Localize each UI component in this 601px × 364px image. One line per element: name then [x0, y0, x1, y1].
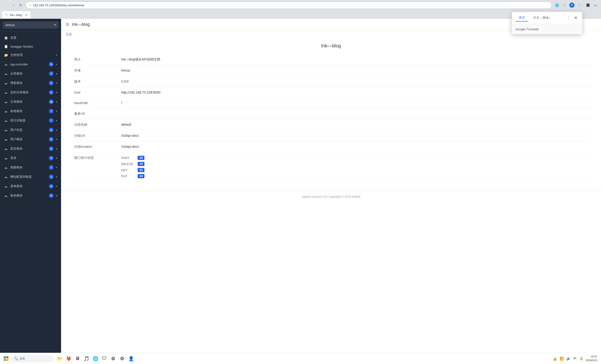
toolbar-actions: 🌐 ☆ Y ⋮	[553, 2, 583, 9]
forward-button[interactable]: →	[10, 2, 16, 9]
info-label-5: 服务Url	[70, 108, 117, 119]
info-value-7: /v3/api-docs	[117, 130, 591, 141]
sidebar-toggle[interactable]: ▭	[592, 2, 599, 9]
sidebar-item-2[interactable]: 📁 文档管理 ▾	[0, 51, 61, 60]
nav-label-6: 定时任务模块	[10, 90, 47, 95]
sidebar-item-3[interactable]: ☁ log-controller 9 ▾	[0, 60, 61, 69]
nav-badge-10: 6	[49, 128, 54, 132]
sidebar-item-16[interactable]: ☁ 菜单模块 8 ▾	[0, 182, 61, 191]
sidebar-item-17[interactable]: ☁ 角色模块 6 ▾	[0, 191, 61, 200]
nav-label-2: 文档管理	[10, 53, 54, 57]
nav-label-10: 用户信息	[10, 128, 47, 132]
extra-toolbar-icons: ⬛ ▭	[585, 2, 599, 9]
page-title: Ink—blog	[72, 22, 90, 27]
nav-arrow-13: ▾	[56, 157, 57, 160]
nav-badge-5: 3	[49, 81, 54, 85]
info-value-6: default	[117, 119, 591, 130]
nav-icon-14: ☁	[4, 166, 8, 169]
sidebar-item-10[interactable]: ☁ 用户信息 6 ▾	[0, 125, 61, 135]
translate-icon[interactable]: 🌐	[553, 2, 560, 9]
translate-english-button[interactable]: 英语	[516, 14, 528, 22]
more-button[interactable]: ⋮	[576, 2, 583, 9]
sidebar-item-12[interactable]: ☁ 留言模块 6 ▾	[0, 144, 61, 153]
nav-icon-12: ☁	[4, 147, 8, 151]
extensions-button[interactable]: ⬛	[585, 2, 591, 9]
nav-label-12: 留言模块	[10, 147, 47, 151]
nav-label-5: 博客模块	[10, 81, 47, 85]
info-section: Ink—blog 简介 Ink—blog项目API说明文档 作者 heruyi …	[61, 38, 601, 186]
sidebar-item-15[interactable]: ☁ 网站配置控制器 3 ▾	[0, 172, 61, 182]
address-bar[interactable]: ⚠ 192.168.75.159:8093/doc.html#/home	[26, 2, 552, 9]
nav-badge-14: 7	[49, 165, 54, 170]
sidebar-item-13[interactable]: ☁ 登录 5 ▾	[0, 153, 61, 163]
sidebar-item-11[interactable]: ☁ 用户模块 8 ▾	[0, 135, 61, 144]
sidebar-item-6[interactable]: ☁ 定时任务模块 6 ▾	[0, 88, 61, 97]
nav-label-1: Swagger Models	[10, 45, 57, 48]
nav-badge-17: 6	[49, 193, 54, 198]
nav-icon-16: ☁	[4, 184, 8, 188]
nav-badge-4: 7	[49, 71, 54, 76]
nav-arrow-11: ▾	[56, 138, 57, 141]
info-title: Ink—blog	[70, 43, 591, 48]
breadcrumb-link[interactable]: 主页	[66, 33, 72, 36]
nav-label-9: 照片控制器	[10, 118, 47, 123]
tab-title: Ink—blog	[10, 13, 23, 17]
info-value-1: heruyi	[117, 65, 591, 76]
api-stat-1: DELETE 19	[121, 162, 588, 166]
translate-more-button[interactable]: ⋮	[566, 15, 571, 21]
nav-label-0: 主页	[10, 36, 57, 40]
sidebar-item-9[interactable]: ☁ 照片控制器 7 ▾	[0, 116, 61, 125]
nav-icon-5: ☁	[4, 81, 8, 85]
sidebar-item-4[interactable]: ☁ 分类模块 7 ▾	[0, 69, 61, 78]
menu-icon[interactable]: ☰	[66, 22, 69, 27]
sidebar-item-1[interactable]: 📋 Swagger Models	[0, 42, 61, 51]
footer-text: Apache License 2.0 | Copyright © 2019-Kn…	[302, 195, 360, 198]
tab-close-button[interactable]: ✕	[24, 13, 28, 17]
info-label-1: 作者	[70, 65, 117, 76]
info-row-3: host http://192.168.75.159:8093	[70, 87, 591, 98]
sidebar-item-7[interactable]: ☁ 文章模块 16 ▾	[0, 97, 61, 106]
api-count-2: 53	[138, 168, 144, 172]
sidebar-item-8[interactable]: ☁ 标签模块 7 ▾	[0, 106, 61, 116]
bookmark-button[interactable]: ☆	[561, 2, 568, 9]
translate-chinese-button[interactable]: 中文（简体）	[530, 14, 555, 21]
sidebar-item-14[interactable]: ☁ 相册模块 7 ▾	[0, 163, 61, 172]
sidebar-nav: 🏠 主页 📋 Swagger Models 📁 文档管理 ▾ ☁ log-con…	[0, 31, 61, 353]
nav-badge-8: 7	[49, 109, 54, 114]
nav-arrow-9: ▾	[56, 119, 57, 122]
nav-arrow-16: ▾	[56, 185, 57, 188]
api-stats-label: 接口统计信息	[70, 153, 117, 182]
api-method-2: GET	[121, 168, 135, 172]
info-row-1: 作者 heruyi	[70, 65, 591, 76]
info-row-0: 简介 Ink—blog项目API说明文档	[70, 54, 591, 65]
nav-icon-2: 📁	[4, 53, 8, 57]
nav-label-17: 角色模块	[10, 193, 47, 198]
group-select[interactable]: default	[3, 22, 58, 28]
nav-arrow-6: ▾	[56, 91, 57, 94]
nav-arrow-14: ▾	[56, 166, 57, 169]
tab-favicon-icon: 🔪	[5, 13, 9, 17]
nav-buttons: ← → ↻	[2, 2, 24, 9]
translate-source-text: Google Translate	[516, 28, 539, 31]
api-stat-2: GET 53	[121, 168, 588, 172]
back-button[interactable]: ←	[2, 2, 9, 9]
profile-icon[interactable]: Y	[569, 2, 575, 9]
info-value-0: Ink—blog项目API说明文档	[117, 54, 591, 65]
nav-arrow-15: ▾	[56, 175, 57, 179]
nav-arrow-5: ▾	[56, 82, 57, 85]
info-table: 简介 Ink—blog项目API说明文档 作者 heruyi 版本 1.0.0 …	[70, 54, 591, 182]
sidebar-item-0[interactable]: 🏠 主页	[0, 33, 61, 42]
reload-button[interactable]: ↻	[17, 2, 24, 9]
nav-icon-15: ☁	[4, 175, 8, 179]
active-tab[interactable]: 🔪 Ink—blog ✕	[2, 11, 30, 19]
sidebar-item-5[interactable]: ☁ 博客模块 3 ▾	[0, 78, 61, 88]
info-value-2: 1.0.0	[117, 76, 591, 87]
nav-arrow-7: ▾	[56, 100, 57, 104]
api-method-0: POST	[121, 156, 135, 160]
translate-close-button[interactable]: ✕	[573, 14, 579, 21]
nav-label-15: 网站配置控制器	[10, 175, 47, 179]
nav-badge-16: 8	[49, 184, 54, 189]
info-label-4: basePath	[70, 98, 117, 108]
nav-icon-10: ☁	[4, 128, 8, 132]
nav-badge-3: 9	[49, 62, 54, 67]
